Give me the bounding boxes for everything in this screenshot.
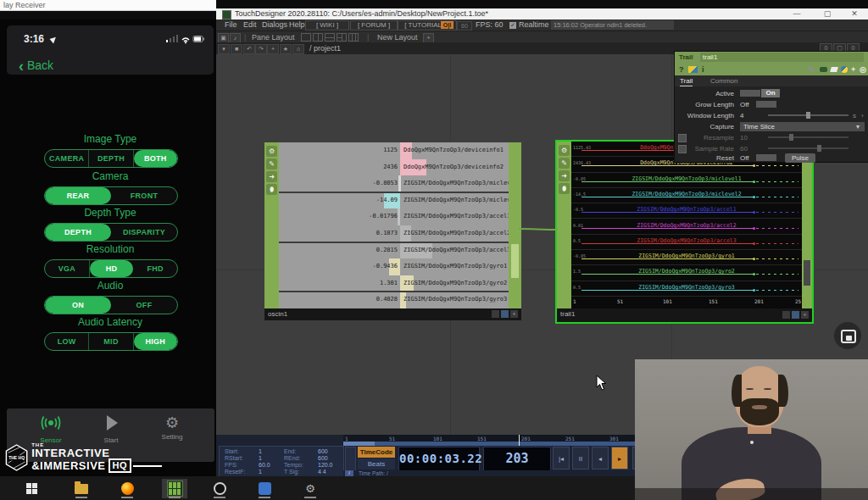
- node-trail1[interactable]: ⚙✎➜⬮ 1125.43DdoQgxM9QnTzoOp3/deviceinfo1…: [555, 140, 814, 324]
- history-back-icon[interactable]: ↶: [243, 44, 255, 54]
- resample-slider-thumb[interactable]: [789, 134, 793, 141]
- menu-help[interactable]: Help: [289, 19, 305, 31]
- segment-option-depth[interactable]: DEPTH: [45, 224, 111, 241]
- back-button[interactable]: ‹Back: [19, 58, 53, 75]
- arrow-icon[interactable]: ➜: [266, 171, 277, 182]
- eraser-icon[interactable]: ⬮: [266, 184, 277, 195]
- taskbar-bluedoc-button[interactable]: [252, 479, 277, 498]
- sample-rate-value[interactable]: 60: [740, 145, 748, 153]
- oscin1-viewer[interactable]: 1125DdoQgxM9QnTzoOp3/deviceinfo12436DdoQ…: [279, 142, 509, 308]
- chop-channel-row[interactable]: 0.2815ZIGSIM/DdoQgxM9QnTzoOp3/accel3: [279, 242, 509, 259]
- trail1-flag-1[interactable]: [782, 311, 790, 319]
- tab-setting[interactable]: ⚙ Setting: [147, 414, 198, 441]
- trail1-viewer[interactable]: 1125.43DdoQgxM9QnTzoOp3/deviceinfo12436.…: [571, 142, 802, 297]
- taskbar-touchdesigner-button[interactable]: [162, 479, 187, 498]
- node-wire[interactable]: [517, 222, 559, 236]
- segment-option-depth[interactable]: DEPTH: [89, 150, 133, 167]
- active-toggle[interactable]: [740, 90, 760, 97]
- pencil-icon[interactable]: ✎: [559, 158, 570, 169]
- field-value-rstart[interactable]: 1: [259, 455, 262, 461]
- oscin1-left-rail[interactable]: ⚙✎➜⬮: [264, 142, 279, 308]
- sample-rate-slider[interactable]: [768, 147, 849, 149]
- menu-edit[interactable]: Edit: [243, 19, 257, 31]
- oscin1-flag-3[interactable]: +: [510, 310, 518, 318]
- segment-option-both[interactable]: BOTH: [134, 150, 177, 167]
- jump-to-start-button[interactable]: |◂: [553, 447, 570, 469]
- trail1-scroll-handle[interactable]: [804, 260, 810, 286]
- chop-channel-row[interactable]: 0.4028ZIGSIM/DdoQgxM9QnTzoOp3/gyro3: [279, 292, 509, 308]
- segment-option-front[interactable]: FRONT: [111, 187, 177, 204]
- trail1-right-rail[interactable]: [802, 142, 812, 308]
- segment-option-camera[interactable]: CAMERA: [45, 150, 89, 167]
- network-path-breadcrumb[interactable]: / project1: [309, 42, 341, 54]
- segment-option-rear[interactable]: REAR: [45, 187, 111, 204]
- trail1-flag-3[interactable]: +: [801, 311, 809, 319]
- arrow-icon[interactable]: ➜: [559, 170, 570, 181]
- grow-length-value[interactable]: Off: [740, 101, 749, 108]
- field-value-tempo[interactable]: 120.0: [318, 462, 333, 468]
- reset-toggle[interactable]: [756, 154, 776, 161]
- oscin1-flag-1[interactable]: [492, 310, 499, 318]
- pane-stop-icon[interactable]: ■: [231, 44, 242, 54]
- field-value-start[interactable]: 1: [259, 448, 262, 454]
- sample-rate-slider-thumb[interactable]: [817, 145, 821, 152]
- new-layout-label[interactable]: New Layout: [377, 31, 418, 43]
- window-length-unit[interactable]: s: [853, 112, 856, 119]
- comment-icon[interactable]: [820, 67, 827, 72]
- capture-dropdown[interactable]: Time Slice: [740, 122, 865, 131]
- field-value-resetf[interactable]: 1: [259, 469, 262, 475]
- reset-value[interactable]: Off: [740, 154, 749, 162]
- bookmark-star-icon[interactable]: ★: [280, 44, 292, 54]
- chop-channel-row[interactable]: 1.301ZIGSIM/DdoQgxM9QnTzoOp3/gyro2: [279, 275, 509, 292]
- field-value-end[interactable]: 600: [318, 448, 328, 454]
- parameter-dialog-trail1[interactable]: Trail trail1 ? i ✎ + ◎ Trail Common Acti…: [674, 51, 868, 163]
- layout-preset-1[interactable]: [301, 33, 311, 42]
- home-icon[interactable]: ⌂: [292, 44, 304, 54]
- add-parameter-icon[interactable]: +: [851, 65, 855, 74]
- window-length-slider-thumb[interactable]: [806, 112, 810, 119]
- field-value-fps[interactable]: 60.0: [259, 462, 270, 468]
- chop-channel-row[interactable]: 0.1073ZIGSIM/DdoQgxM9QnTzoOp3/accel2: [279, 225, 509, 242]
- history-forward-icon[interactable]: ↷: [255, 44, 267, 54]
- trail1-name-bar[interactable]: trail1 +: [557, 308, 812, 322]
- grow-length-toggle[interactable]: [756, 101, 776, 108]
- oscin1-scroll-handle[interactable]: [511, 244, 519, 278]
- trail-channel-lane[interactable]: -14.5ZIGSIM/DdoQgxM9QnTzoOp3/miclevel2: [571, 188, 802, 203]
- pencil-icon[interactable]: ✎: [809, 65, 815, 74]
- eraser-icon[interactable]: [830, 67, 838, 72]
- trail-channel-lane[interactable]: -0.5ZIGSIM/DdoQgxM9QnTzoOp3/accel1: [571, 203, 802, 219]
- time-path-icon[interactable]: /: [345, 470, 353, 476]
- oscin1-flag-2[interactable]: [501, 310, 509, 318]
- timecode-mode-button[interactable]: TimeCode: [358, 447, 395, 458]
- trail-channel-lane[interactable]: 0.5ZIGSIM/DdoQgxM9QnTzoOp3/accel3: [571, 235, 802, 250]
- chop-channel-row[interactable]: 1125DdoQgxM9QnTzoOp3/deviceinfo1: [279, 142, 509, 159]
- close-button[interactable]: ✕: [843, 8, 865, 19]
- playhead-marker[interactable]: [519, 435, 520, 446]
- pulse-button[interactable]: Pulse: [785, 153, 815, 163]
- info-icon[interactable]: i: [702, 65, 704, 74]
- taskbar-explorer-button[interactable]: [69, 479, 94, 498]
- chop-channel-row[interactable]: -0.8053ZIGSIM/DdoQgxM9QnTzoOp3/miclevel1: [279, 175, 509, 192]
- pane-add-icon[interactable]: +: [267, 44, 279, 54]
- segment-option-vga[interactable]: VGA: [45, 260, 90, 277]
- gear-icon[interactable]: ⚙: [266, 146, 277, 157]
- segment-option-disparity[interactable]: DISPARITY: [111, 224, 177, 241]
- play-reverse-button[interactable]: ◂: [592, 447, 609, 469]
- field-value-t-sig[interactable]: 4 4: [318, 469, 326, 475]
- pane-dropdown-icon[interactable]: ▾: [218, 44, 230, 54]
- minimize-button[interactable]: —: [786, 8, 808, 19]
- segment-option-low[interactable]: LOW: [45, 333, 89, 350]
- taskbar-start-button[interactable]: [19, 479, 45, 498]
- layout-preset-2[interactable]: [313, 33, 323, 42]
- menu-file[interactable]: File: [225, 19, 237, 31]
- maximize-button[interactable]: ▢: [816, 8, 838, 19]
- language-icon[interactable]: [688, 66, 698, 73]
- realtime-checkbox[interactable]: ✓: [509, 22, 516, 29]
- trail-channel-lane[interactable]: 0.5ZIGSIM/DdoQgxM9QnTzoOp3/gyro3: [571, 281, 802, 297]
- timeline-settings-box[interactable]: Start:1End:600RStart:1REnd:600FPS:60.0Te…: [219, 446, 344, 477]
- chop-channel-row[interactable]: -0.9436ZIGSIM/DdoQgxM9QnTzoOp3/gyro1: [279, 258, 509, 275]
- chop-channel-row[interactable]: -14.09ZIGSIM/DdoQgxM9QnTzoOp3/miclevel2: [279, 192, 509, 209]
- wiki-link[interactable]: [ WIKI ]: [305, 20, 349, 31]
- pause-button[interactable]: II: [572, 447, 589, 469]
- receiver-window-titlebar[interactable]: lay Receiver: [0, 0, 216, 11]
